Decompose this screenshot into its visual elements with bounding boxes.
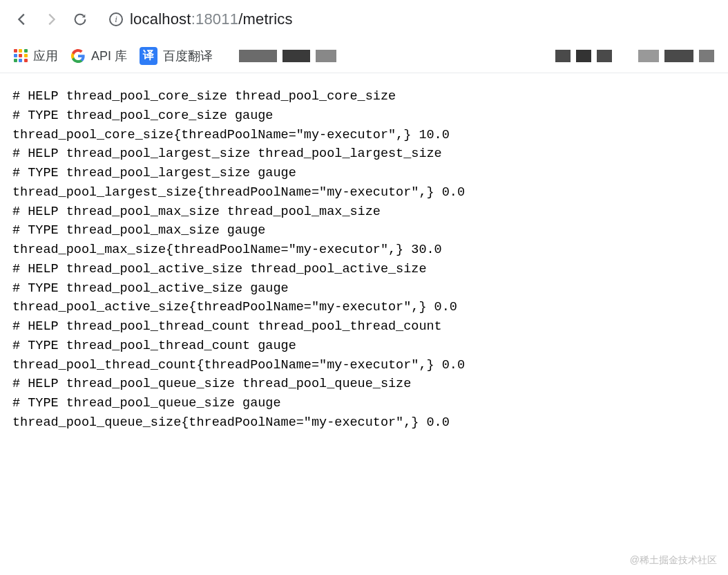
back-button[interactable] bbox=[14, 11, 30, 28]
url-host: localhost bbox=[130, 10, 191, 28]
forward-button[interactable] bbox=[43, 11, 59, 28]
bookmark-label: 百度翻译 bbox=[163, 48, 213, 64]
apps-shortcut[interactable]: 应用 bbox=[14, 48, 58, 64]
url-port: :18011 bbox=[191, 10, 239, 28]
translate-icon: 译 bbox=[140, 47, 157, 65]
address-bar[interactable]: i localhost:18011/metrics bbox=[109, 10, 293, 28]
reload-button[interactable] bbox=[72, 11, 88, 28]
metrics-output: # HELP thread_pool_core_size thread_pool… bbox=[0, 73, 728, 446]
watermark: @稀土掘金技术社区 bbox=[630, 554, 717, 567]
apps-label: 应用 bbox=[33, 48, 58, 64]
url-path: /metrics bbox=[238, 10, 293, 28]
url-display: localhost:18011/metrics bbox=[130, 10, 293, 28]
bookmarks-bar: 应用 API 库 译 百度翻译 bbox=[0, 39, 728, 73]
site-info-icon[interactable]: i bbox=[109, 12, 123, 26]
bookmark-api-lib[interactable]: API 库 bbox=[70, 48, 127, 64]
redacted-bookmarks-2 bbox=[555, 50, 714, 62]
google-icon bbox=[70, 48, 86, 64]
browser-toolbar: i localhost:18011/metrics bbox=[0, 0, 728, 39]
redacted-bookmarks bbox=[239, 50, 336, 62]
bookmark-baidu-translate[interactable]: 译 百度翻译 bbox=[140, 47, 213, 65]
apps-icon bbox=[14, 49, 28, 63]
bookmark-label: API 库 bbox=[91, 48, 127, 64]
